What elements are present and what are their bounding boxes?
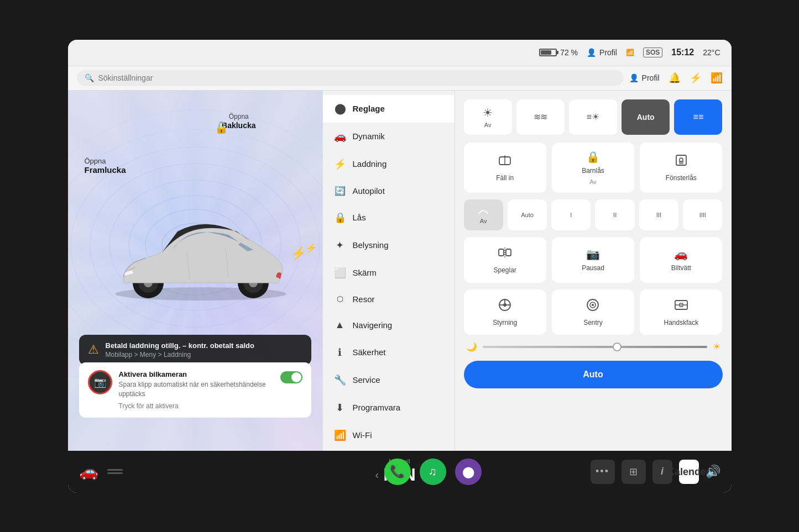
skarm-icon: ⬜	[334, 267, 346, 279]
volume-button[interactable]: 🔊	[706, 465, 720, 479]
menu-label-belysning: Belysning	[353, 240, 389, 250]
warning-title: Betald laddning otillg. – kontr. obetalt…	[106, 341, 254, 350]
wiper-controls-row: Av Auto I II III IIII	[464, 199, 723, 230]
wiper-speed4-button[interactable]: IIII	[683, 199, 722, 230]
wiper-speed1-button[interactable]: I	[551, 199, 591, 230]
sun-dim-icon: ☀	[483, 106, 493, 119]
auto-button[interactable]: Auto	[464, 361, 723, 388]
wiper-auto-button[interactable]: Auto	[508, 199, 547, 230]
brightness-sun-icon: ☀	[713, 341, 720, 352]
auto-button-label: Auto	[583, 370, 603, 379]
wiper-off-label: Av	[480, 218, 487, 224]
belysning-icon: ✦	[334, 239, 346, 251]
notification-icon[interactable]: 🔔	[669, 72, 681, 84]
warning-triangle-icon: ⚠	[88, 343, 99, 357]
search-input-area[interactable]: 🔍	[77, 70, 624, 86]
wiper-speed1-label: I	[570, 212, 572, 218]
svg-rect-22	[499, 249, 504, 256]
menu-item-wifi[interactable]: 📶 Wi-Fi	[323, 422, 455, 449]
wiper-off-button[interactable]: Av	[464, 199, 503, 230]
carwash-button[interactable]: 🚗 Biltvätt	[640, 237, 722, 283]
front-hood-prefix: Öppna	[85, 157, 106, 165]
menu-item-sakerhet[interactable]: ℹ Säkerhet	[323, 339, 455, 366]
headlight-auto-button[interactable]: Auto	[622, 99, 670, 135]
menu-item-resor[interactable]: ⬡ Resor	[323, 287, 455, 312]
menu-item-laddning[interactable]: ⚡ Laddning	[323, 150, 455, 178]
headlight-off-label: Av	[484, 122, 492, 128]
brightness-slider[interactable]	[483, 346, 707, 348]
dashcam-button[interactable]: 📷 Pausad	[552, 237, 634, 283]
spotify-app-button[interactable]: ♫	[420, 459, 446, 485]
child-lock-button[interactable]: 🔒 Barnlås Av	[552, 143, 634, 193]
sentry-button[interactable]: Sentry	[552, 289, 634, 335]
taskbar: 🚗 Manuell ‹ MIN › 📞 ♫	[68, 451, 732, 493]
profile-label: Profil	[599, 48, 617, 57]
wiper-speed2-button[interactable]: II	[595, 199, 634, 230]
menu-item-autopilot[interactable]: 🔄 Autopilot	[323, 178, 455, 204]
camera-toggle[interactable]	[280, 371, 302, 383]
brightness-thumb[interactable]	[613, 343, 622, 351]
lock-controls-row: Fäll in 🔒 Barnlås Av Fönsterlå	[464, 143, 723, 193]
map-icon: ⊞	[629, 466, 638, 478]
wifi-header-icon[interactable]: 📶	[711, 72, 723, 84]
main-content: Öppna Framlucka Öppna Baklucka 🔓	[68, 91, 732, 451]
window-lock-button[interactable]: Fönsterlås	[640, 143, 722, 193]
battery-bar	[539, 49, 557, 56]
headlight-high-button[interactable]: ≡≡	[674, 99, 722, 135]
front-hood-label[interactable]: Öppna Framlucka	[85, 157, 126, 175]
menu-item-las[interactable]: 🔒 Lås	[323, 204, 455, 231]
menu-item-service[interactable]: 🔧 Service	[323, 366, 455, 394]
camera-activation-card[interactable]: 📷 Aktivera bilkameran Spara klipp automa…	[79, 362, 311, 418]
steering-button[interactable]: Styrning	[464, 289, 546, 335]
map-button[interactable]: ⊞	[622, 460, 646, 484]
sentry-label: Sentry	[583, 319, 603, 328]
phone-app-button[interactable]: 📞	[384, 459, 411, 485]
headlight-off-button[interactable]: ☀ Av	[464, 99, 512, 135]
headlight-drl-button[interactable]: ≋≋	[516, 99, 565, 135]
menu-item-skarm[interactable]: ⬜ Skärm	[323, 259, 455, 287]
car-svg	[90, 192, 311, 302]
glovebox-button[interactable]: Handskfack	[640, 289, 722, 335]
menu-label-las: Lås	[353, 213, 366, 222]
taskbar-car-icon[interactable]: 🚗	[79, 462, 98, 481]
more-apps-button[interactable]: •••	[591, 460, 615, 484]
header-profile[interactable]: 👤 Profil	[629, 73, 660, 82]
profile-button[interactable]: 👤 Profil	[587, 48, 617, 57]
menu-item-reglage[interactable]: ⬤ Reglage	[323, 95, 455, 123]
menu-item-programvara[interactable]: ⬇ Programvara	[323, 394, 455, 422]
wiper-speed3-button[interactable]: III	[639, 199, 678, 230]
autopilot-icon: 🔄	[334, 186, 346, 196]
fold-in-icon	[497, 152, 513, 171]
child-lock-label: Barnlås	[582, 167, 604, 176]
sos-button[interactable]: SOS	[643, 48, 662, 57]
warning-notification[interactable]: ⚠ Betald laddning otillg. – kontr. obeta…	[79, 335, 311, 365]
sakerhet-icon: ℹ	[334, 346, 346, 359]
resor-icon: ⬡	[334, 294, 346, 303]
calendar-button[interactable]: Kalender	[679, 460, 699, 484]
gear-arrow-left[interactable]: ‹	[375, 468, 379, 481]
headlight-low-button[interactable]: ≡☀	[569, 99, 617, 135]
camera-action-label: Tryck för att aktivera	[119, 402, 274, 410]
menu-label-navigering: Navigering	[353, 320, 393, 330]
menu-item-navigering[interactable]: ▲ Navigering	[323, 312, 455, 339]
search-input[interactable]	[98, 73, 616, 82]
wifi-icon: 📶	[626, 49, 634, 56]
camera-symbol: 📷	[94, 376, 106, 388]
svg-point-31	[592, 304, 594, 306]
rear-hood-prefix: Öppna	[222, 113, 255, 120]
controls-panel: ☀ Av ≋≋ ≡☀ Auto ≡≡	[455, 91, 732, 451]
svg-point-25	[503, 303, 506, 307]
bluetooth-icon[interactable]: ⚡	[690, 72, 702, 84]
menu-item-belysning[interactable]: ✦ Belysning	[323, 231, 455, 259]
mirrors-button[interactable]: Speglar	[464, 237, 546, 283]
car-status-icons	[107, 469, 123, 474]
svg-rect-21	[679, 161, 683, 164]
camera-app-button[interactable]: ⬤	[455, 459, 482, 485]
battery-percent: 72 %	[560, 48, 578, 57]
headlight-auto-label: Auto	[637, 113, 655, 122]
wiper-speed4-label: IIII	[699, 212, 706, 218]
camera-description: Spara klipp automatiskt när en säkerhets…	[119, 380, 274, 399]
menu-item-dynamik[interactable]: 🚗 Dynamik	[323, 123, 455, 150]
camera-icon: 📷	[88, 370, 112, 394]
fold-in-button[interactable]: Fäll in	[464, 143, 546, 193]
